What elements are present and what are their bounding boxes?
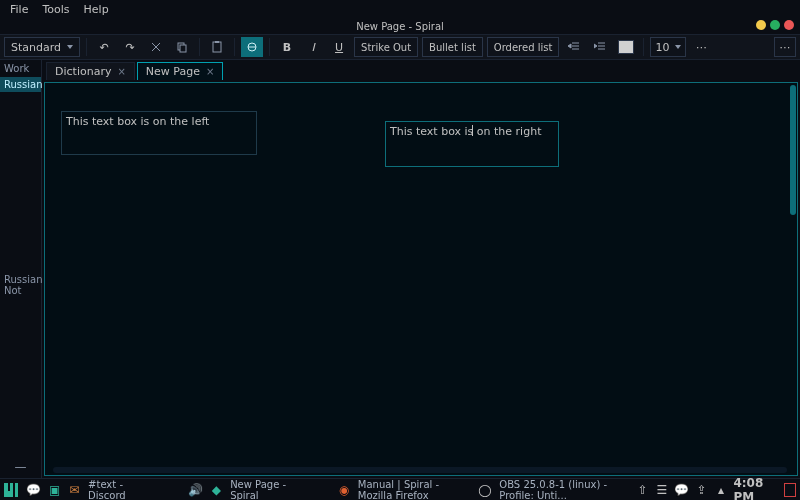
tray-upload-icon[interactable]: ⇪ (695, 482, 708, 498)
bold-button[interactable]: B (276, 37, 298, 57)
titlebar: New Page - Spiral (0, 18, 800, 34)
vertical-scrollbar[interactable] (789, 83, 797, 475)
minimize-button[interactable] (756, 20, 766, 30)
manjaro-icon (4, 483, 18, 497)
textbox-right-content: This text box is on the right (390, 125, 541, 138)
obs-icon[interactable]: ◯ (478, 482, 491, 498)
volume-icon[interactable]: 🔊 (188, 482, 203, 498)
underline-button[interactable]: U (328, 37, 350, 57)
sidebar: Work Russian Russian Not — (0, 60, 42, 478)
sidebar-heading: Work (0, 60, 41, 77)
fontsize-value: 10 (655, 41, 669, 54)
task-obs[interactable]: OBS 25.0.8-1 (linux) - Profile: Unti... (499, 479, 628, 501)
undo-button[interactable]: ↶ (93, 37, 115, 57)
taskbar-spiral-icon[interactable]: ◆ (211, 482, 223, 498)
sidebar-collapse[interactable]: — (0, 456, 41, 478)
menu-help[interactable]: Help (78, 1, 115, 18)
text-caret (472, 125, 473, 136)
close-icon[interactable]: × (206, 66, 214, 77)
style-dropdown[interactable]: Standard (4, 37, 80, 57)
cut-button[interactable] (145, 37, 167, 57)
svg-rect-1 (180, 45, 186, 52)
maximize-button[interactable] (770, 20, 780, 30)
orderedlist-button[interactable]: Ordered list (487, 37, 560, 57)
tray-shield-icon[interactable]: ☰ (655, 482, 668, 498)
clock[interactable]: 4:08 PM (733, 476, 778, 501)
toolbar: Standard ↶ ↷ B I U Strike Out Bullet lis… (0, 34, 800, 60)
menu-file[interactable]: File (4, 1, 34, 18)
sidebar-item-russiannot[interactable]: Russian Not (0, 272, 41, 298)
separator (269, 38, 270, 56)
task-firefox[interactable]: Manual | Spiral - Mozilla Firefox (358, 479, 470, 501)
show-desktop-button[interactable] (784, 483, 796, 497)
tab-newpage[interactable]: New Page × (137, 62, 224, 80)
separator (234, 38, 235, 56)
redo-button[interactable]: ↷ (119, 37, 141, 57)
italic-button[interactable]: I (302, 37, 324, 57)
svg-rect-3 (215, 41, 219, 43)
separator (199, 38, 200, 56)
document-tabs: Dictionary × New Page × (42, 60, 800, 80)
horizontal-scrollbar[interactable] (53, 467, 787, 473)
close-button[interactable] (784, 20, 794, 30)
copy-button[interactable] (171, 37, 193, 57)
paste-button[interactable] (206, 37, 228, 57)
tab-label: New Page (146, 65, 200, 78)
svg-rect-2 (213, 42, 221, 52)
menubar: File Tools Help (0, 0, 800, 18)
tab-label: Dictionary (55, 65, 111, 78)
outdent-button[interactable] (563, 37, 585, 57)
window-title: New Page - Spiral (356, 21, 444, 32)
tray-update-icon[interactable]: ⇧ (636, 482, 649, 498)
more-button[interactable]: ⋯ (690, 37, 712, 57)
taskbar: 💬 ▣ ✉ #text - Discord 🔊 ◆ New Page - Spi… (0, 478, 800, 500)
task-spiral[interactable]: New Page - Spiral (230, 479, 293, 501)
firefox-icon[interactable]: ◉ (338, 482, 350, 498)
textbox-right[interactable]: This text box is on the right (385, 121, 559, 167)
overflow-button[interactable]: ⋯ (774, 37, 796, 57)
taskbar-files-icon[interactable]: ▣ (49, 482, 61, 498)
system-tray: ⇧ ☰ 💬 ⇪ ▴ 4:08 PM (636, 476, 796, 501)
scrollbar-thumb[interactable] (790, 85, 796, 215)
menu-tools[interactable]: Tools (36, 1, 75, 18)
style-dropdown-label: Standard (11, 41, 61, 54)
separator (643, 38, 644, 56)
bulletlist-button[interactable]: Bullet list (422, 37, 483, 57)
taskbar-discord-icon[interactable]: 💬 (26, 482, 41, 498)
sidebar-item-russian[interactable]: Russian (0, 77, 41, 92)
canvas[interactable]: This text box is on the left This text b… (44, 82, 798, 476)
taskbar-mail-icon[interactable]: ✉ (69, 482, 81, 498)
textbox-left[interactable]: This text box is on the left (61, 111, 257, 155)
strikeout-button[interactable]: Strike Out (354, 37, 418, 57)
task-discord[interactable]: #text - Discord (88, 479, 143, 501)
tab-dictionary[interactable]: Dictionary × (46, 62, 135, 80)
textbox-left-content: This text box is on the left (66, 115, 209, 128)
link-button[interactable] (241, 37, 263, 57)
color-swatch (618, 40, 634, 54)
tray-discord-icon[interactable]: 💬 (674, 482, 689, 498)
fontsize-dropdown[interactable]: 10 (650, 37, 686, 57)
chevron-down-icon (67, 45, 73, 49)
separator (86, 38, 87, 56)
bgcolor-button[interactable] (615, 37, 637, 57)
start-menu-button[interactable] (4, 482, 18, 498)
tray-chevron-icon[interactable]: ▴ (714, 482, 727, 498)
chevron-down-icon (675, 45, 681, 49)
close-icon[interactable]: × (117, 66, 125, 77)
indent-button[interactable] (589, 37, 611, 57)
